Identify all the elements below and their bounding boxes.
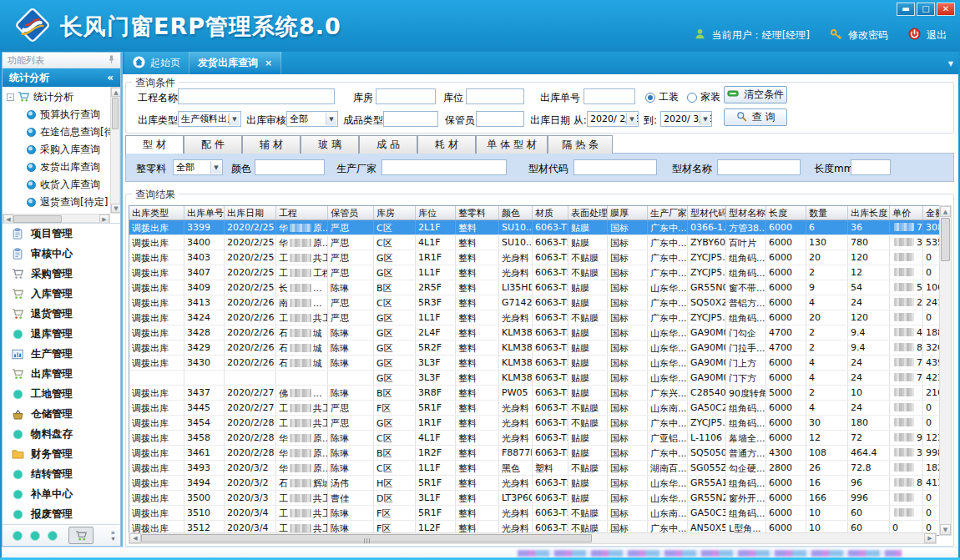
scroll-down-icon[interactable]: ▼ xyxy=(940,524,951,535)
column-header[interactable]: 型材代码 xyxy=(688,206,726,219)
out-type-select[interactable]: 生产领料出库▼ xyxy=(178,111,241,127)
scroll-right-icon[interactable]: ▶ xyxy=(924,533,936,543)
grid-horizontal-scrollbar[interactable]: ◀ ▶ xyxy=(129,532,937,544)
radio-jiazhuang[interactable]: 家装 xyxy=(687,90,720,104)
tree-vscroll-thumb[interactable] xyxy=(112,98,119,129)
column-header[interactable]: 出库单号 xyxy=(184,206,225,219)
module-item[interactable]: 仓储管理 xyxy=(3,404,120,424)
grid-hscroll-thumb[interactable] xyxy=(141,534,592,542)
material-tab[interactable]: 型 材 xyxy=(125,135,184,154)
grid-vscroll-thumb[interactable] xyxy=(941,218,950,261)
scroll-left-icon[interactable]: ◀ xyxy=(3,214,13,224)
tree-item[interactable]: 收货入库查询 xyxy=(7,176,110,194)
scroll-up-icon[interactable]: ▲ xyxy=(111,88,120,97)
collapse-icon[interactable]: « xyxy=(107,72,114,83)
tree-expander-icon[interactable]: - xyxy=(7,93,14,101)
module-item[interactable]: 项目管理 xyxy=(3,224,120,244)
material-tab[interactable]: 单 体 型 材 xyxy=(476,135,548,154)
tree-item[interactable]: 发货出库查询 xyxy=(7,159,110,176)
column-header[interactable]: 生产厂家 xyxy=(648,206,688,219)
tab-shipment-query[interactable]: 发货出库查询 × xyxy=(189,52,281,74)
table-row[interactable]: 调拨出库34242020/2/26工共工程严思G区1L1F整料光身料6063-T… xyxy=(129,310,940,325)
module-dot-icon[interactable] xyxy=(13,531,23,541)
column-header[interactable]: 型材名称 xyxy=(726,206,766,219)
module-item[interactable]: 生产管理 xyxy=(3,344,120,364)
table-row[interactable]: 调拨出库34282020/2/26石城陈琳G区2L4F整料KLM38176063… xyxy=(129,325,940,341)
table-row[interactable]: 调拨出库34072020/2/25工工程严思G区1L1F整料光身料6063-T5… xyxy=(129,265,940,280)
scroll-right-icon[interactable]: ▶ xyxy=(99,214,109,224)
module-item[interactable]: 退货管理 xyxy=(3,304,120,324)
table-row[interactable]: 调拨出库34032020/2/25工共工程严思G区1R1F整料光身料6063-T… xyxy=(129,250,940,265)
module-item[interactable]: 审核中心 xyxy=(3,244,120,264)
tree-vertical-scrollbar[interactable]: ▲ ▼ xyxy=(110,87,120,214)
column-header[interactable]: 出库长度 xyxy=(848,206,890,219)
module-dot-icon[interactable] xyxy=(30,531,40,541)
module-dot-icon[interactable] xyxy=(48,531,58,541)
table-row[interactable]: 调拨出库34372020/2/27佛...陈琳B区3R8F整料PW056063-… xyxy=(129,386,940,401)
column-header[interactable]: 表面处理 xyxy=(568,206,608,219)
module-item[interactable]: 出库管理 xyxy=(3,364,120,384)
table-row[interactable]: 调拨出库34542020/2/28工共工程严思G区1R1F整料光身料6063-T… xyxy=(129,416,940,431)
project-name-input[interactable] xyxy=(178,88,335,104)
tree-root[interactable]: - 统计分析 xyxy=(7,88,110,106)
table-row[interactable]: 调拨出库34452020/2/27工共工程严思F区5R1F整料光身料6063-T… xyxy=(129,401,940,416)
location-input[interactable] xyxy=(466,88,524,104)
table-row[interactable]: 调拨出库34092020/2/25长...陈琳B区2R5F整料LI35HD606… xyxy=(129,280,940,295)
radio-gongzhuang[interactable]: 工装 xyxy=(645,90,679,104)
pin-icon[interactable] xyxy=(108,54,115,67)
module-item[interactable]: 报废管理 xyxy=(3,504,120,524)
module-item[interactable]: 补单中心 xyxy=(3,484,120,504)
table-row[interactable]: G区3L3F整料KLM38176063-T5贴膜国标山东华...GA90M09.… xyxy=(129,371,940,386)
date-to-select[interactable]: 2020/ 3/16▼ xyxy=(660,111,712,127)
tree-item[interactable]: 预算执行查询 xyxy=(7,106,110,124)
table-row[interactable]: 调拨出库34302020/2/26石城陈琳G区3L3F整料KLM38176063… xyxy=(129,356,940,371)
module-item[interactable]: 结转管理 xyxy=(3,464,120,484)
tree-hscroll-thumb[interactable] xyxy=(13,215,62,223)
scroll-up-icon[interactable]: ▲ xyxy=(940,206,951,217)
tree-item[interactable]: 退货查询[待定] xyxy=(7,194,110,211)
scroll-down-icon[interactable]: ▼ xyxy=(111,204,120,213)
table-row[interactable]: 调拨出库34292020/2/26石城陈琳G区5R2F整料KLM38176063… xyxy=(129,341,940,356)
scroll-left-icon[interactable]: ◀ xyxy=(129,533,141,543)
column-header[interactable]: 出库日期 xyxy=(225,206,276,219)
grid-vertical-scrollbar[interactable]: ▲ ▼ xyxy=(939,205,952,536)
column-header[interactable]: 膜厚 xyxy=(608,206,648,219)
search-button[interactable]: 查 询 xyxy=(724,108,787,126)
column-header[interactable]: 库房 xyxy=(374,206,416,219)
minimize-button[interactable]: ▬ xyxy=(897,3,915,16)
tab-home[interactable]: 起始页 xyxy=(124,52,189,74)
clear-conditions-button[interactable]: 清空条件 xyxy=(724,86,787,103)
table-row[interactable]: 调拨出库34582020/2/28华原...陈琳C区4L1F整料光身料6063-… xyxy=(129,431,940,446)
manufacturer-input[interactable] xyxy=(381,159,507,175)
module-item[interactable]: 工地管理 xyxy=(3,384,120,404)
material-tab[interactable]: 成 品 xyxy=(359,135,417,154)
order-no-input[interactable] xyxy=(584,88,635,104)
table-row[interactable]: 调拨出库35102020/3/4工共工程陈琳F区5R1F整料光身料6063-T5… xyxy=(129,506,940,521)
whole-part-select[interactable]: 全部▼ xyxy=(173,159,223,175)
module-overflow-button[interactable] xyxy=(68,527,93,544)
product-type-input[interactable] xyxy=(383,111,438,127)
module-more-button[interactable]: » ▾ xyxy=(111,530,115,542)
module-item[interactable]: 采购管理 xyxy=(3,264,120,284)
profile-code-input[interactable] xyxy=(573,159,657,175)
tree-item[interactable]: 采购入库查询 xyxy=(7,141,110,159)
column-header[interactable]: 颜色 xyxy=(499,206,533,219)
column-header[interactable]: 材质 xyxy=(533,206,568,219)
tab-close-icon[interactable]: × xyxy=(265,58,272,68)
module-item[interactable]: 财务管理 xyxy=(3,444,120,464)
column-header[interactable]: 库位 xyxy=(416,206,456,219)
color-input[interactable] xyxy=(255,159,325,175)
module-item[interactable]: 入库管理 xyxy=(3,284,120,304)
material-tab[interactable]: 隔 热 条 xyxy=(548,135,613,154)
table-row[interactable]: 调拨出库34132020/2/26南...严思C区5R3F整料G71422606… xyxy=(129,295,940,310)
table-row[interactable]: 调拨出库34612020/2/28华原...陈琳B区1R2F整料F8877FT6… xyxy=(129,446,940,461)
tree-horizontal-scrollbar[interactable]: ◀ ▶ xyxy=(3,214,110,223)
column-header[interactable]: 出库类型 xyxy=(129,206,184,219)
column-header[interactable]: 金额 xyxy=(923,206,941,219)
module-item[interactable]: 退库管理 xyxy=(3,324,120,344)
table-row[interactable]: 调拨出库33992020/2/25华原...严思C区2L1F整料SU10...6… xyxy=(129,220,940,235)
maximize-button[interactable]: □ xyxy=(917,3,935,16)
module-item[interactable]: 物料盘存 xyxy=(3,424,120,444)
material-tab[interactable]: 玻 璃 xyxy=(301,135,359,154)
column-header[interactable]: 单价 xyxy=(890,206,923,219)
